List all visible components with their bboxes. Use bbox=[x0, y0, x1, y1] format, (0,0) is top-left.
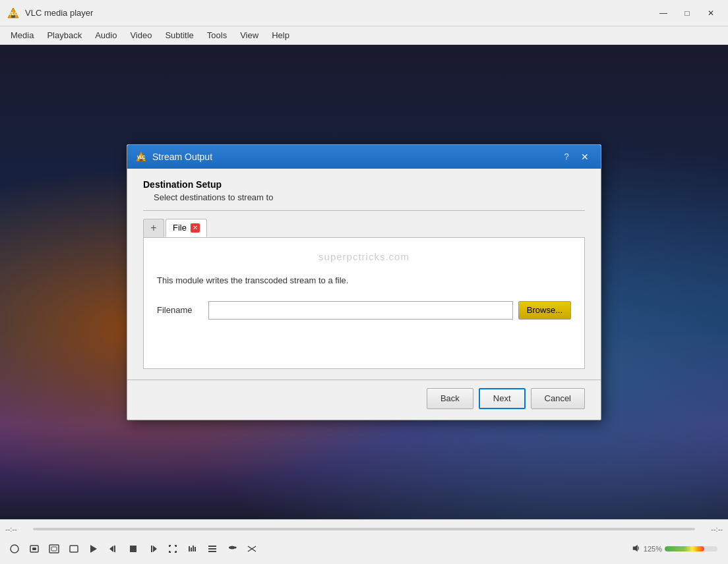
player-bar: --:-- --:-- bbox=[0, 519, 728, 564]
tab-content-file: superpctricks.com This module writes the… bbox=[143, 237, 585, 369]
window-controls: — □ ✕ bbox=[653, 5, 721, 21]
svg-rect-12 bbox=[70, 546, 78, 552]
menu-help[interactable]: Help bbox=[266, 28, 295, 42]
svg-rect-9 bbox=[32, 548, 36, 550]
dialog-header-subtitle: Select destinations to stream to bbox=[154, 192, 585, 202]
extra-button[interactable] bbox=[65, 540, 83, 558]
svg-rect-23 bbox=[208, 546, 216, 547]
vlc-icon: VLC bbox=[7, 7, 20, 20]
random-shuffle-button[interactable] bbox=[243, 540, 261, 558]
svg-rect-16 bbox=[130, 546, 136, 552]
filename-label: Filename bbox=[157, 305, 203, 315]
record-button[interactable] bbox=[25, 540, 44, 558]
minimize-button[interactable]: — bbox=[653, 5, 674, 21]
svg-text:VLC: VLC bbox=[9, 11, 18, 16]
close-button[interactable]: ✕ bbox=[700, 5, 721, 21]
svg-marker-28 bbox=[633, 544, 638, 551]
svg-rect-11 bbox=[51, 547, 57, 551]
dialog-titlebar: VLC Stream Output ? ✕ bbox=[127, 145, 601, 169]
tab-file-label: File bbox=[173, 223, 187, 233]
svg-text:VLC: VLC bbox=[137, 154, 146, 159]
menu-subtitle[interactable]: Subtitle bbox=[160, 28, 198, 42]
stop-button[interactable] bbox=[124, 540, 142, 558]
dialog-separator-top bbox=[143, 210, 585, 211]
menu-video[interactable]: Video bbox=[125, 28, 157, 42]
time-end: --:-- bbox=[699, 525, 723, 533]
maximize-button[interactable]: □ bbox=[677, 5, 698, 21]
title-bar: VLC VLC media player — □ ✕ bbox=[0, 0, 728, 26]
menu-tools[interactable]: Tools bbox=[202, 28, 232, 42]
svg-marker-13 bbox=[90, 545, 97, 553]
svg-rect-25 bbox=[208, 551, 216, 552]
snapshot-button[interactable] bbox=[45, 540, 63, 558]
time-start: --:-- bbox=[5, 525, 29, 533]
tab-add-button[interactable]: + bbox=[143, 219, 164, 237]
dialog-close-button[interactable]: ✕ bbox=[577, 150, 593, 163]
menu-media[interactable]: Media bbox=[5, 28, 39, 42]
svg-rect-19 bbox=[189, 546, 190, 551]
filename-input[interactable] bbox=[208, 301, 513, 320]
volume-bar[interactable] bbox=[665, 546, 717, 551]
loop-button[interactable] bbox=[223, 540, 241, 558]
svg-rect-21 bbox=[193, 546, 194, 551]
dialog-footer: Back Next Cancel bbox=[127, 380, 601, 420]
volume-icon bbox=[632, 544, 641, 555]
svg-rect-24 bbox=[208, 548, 216, 550]
dialog-overlay: VLC Stream Output ? ✕ Destination Setup … bbox=[0, 45, 728, 519]
volume-percent: 125% bbox=[644, 545, 662, 553]
svg-rect-10 bbox=[49, 545, 59, 553]
dialog-title: Stream Output bbox=[152, 152, 559, 162]
next-button[interactable] bbox=[144, 540, 162, 558]
menu-audio[interactable]: Audio bbox=[90, 28, 122, 42]
eq-button[interactable] bbox=[183, 540, 202, 558]
module-description: This module writes the transcoded stream… bbox=[157, 275, 571, 285]
stream-output-dialog: VLC Stream Output ? ✕ Destination Setup … bbox=[127, 144, 601, 420]
dialog-header: Destination Setup Select destinations to… bbox=[143, 179, 585, 202]
progress-row: --:-- --:-- bbox=[5, 522, 723, 536]
tab-bar: + File ✕ bbox=[143, 219, 585, 237]
svg-marker-14 bbox=[109, 546, 113, 552]
playlist-button[interactable] bbox=[203, 540, 222, 558]
dialog-vlc-icon: VLC bbox=[135, 151, 147, 163]
fullscreen-button[interactable] bbox=[164, 540, 182, 558]
volume-area: 125% bbox=[632, 544, 717, 555]
svg-rect-5 bbox=[139, 159, 142, 161]
cancel-button[interactable]: Cancel bbox=[531, 388, 585, 409]
tab-file[interactable]: File ✕ bbox=[166, 219, 207, 237]
next-button[interactable]: Next bbox=[479, 388, 526, 409]
tab-file-close[interactable]: ✕ bbox=[191, 223, 200, 233]
play-button[interactable] bbox=[84, 540, 103, 558]
app-title: VLC media player bbox=[25, 8, 653, 18]
svg-marker-17 bbox=[153, 546, 157, 552]
menu-bar: Media Playback Audio Video Subtitle Tool… bbox=[0, 26, 728, 45]
dialog-help-button[interactable]: ? bbox=[559, 150, 574, 163]
menu-playback[interactable]: Playback bbox=[42, 28, 87, 42]
menu-view[interactable]: View bbox=[235, 28, 264, 42]
random-button[interactable] bbox=[5, 540, 24, 558]
filename-row: Filename Browse... bbox=[157, 301, 571, 320]
prev-button[interactable] bbox=[104, 540, 123, 558]
browse-button[interactable]: Browse... bbox=[518, 301, 571, 320]
back-button[interactable]: Back bbox=[427, 388, 473, 409]
dialog-body: Destination Setup Select destinations to… bbox=[127, 169, 601, 380]
svg-rect-20 bbox=[191, 548, 192, 551]
dialog-header-title: Destination Setup bbox=[143, 179, 585, 190]
svg-point-7 bbox=[11, 545, 18, 553]
progress-bar[interactable] bbox=[33, 528, 695, 530]
volume-fill bbox=[665, 546, 704, 551]
video-area: VLC Stream Output ? ✕ Destination Setup … bbox=[0, 45, 728, 519]
svg-rect-18 bbox=[151, 546, 152, 552]
svg-rect-15 bbox=[114, 546, 115, 552]
watermark: superpctricks.com bbox=[157, 251, 571, 262]
controls-row: 125% bbox=[5, 540, 723, 558]
svg-rect-22 bbox=[195, 547, 196, 551]
